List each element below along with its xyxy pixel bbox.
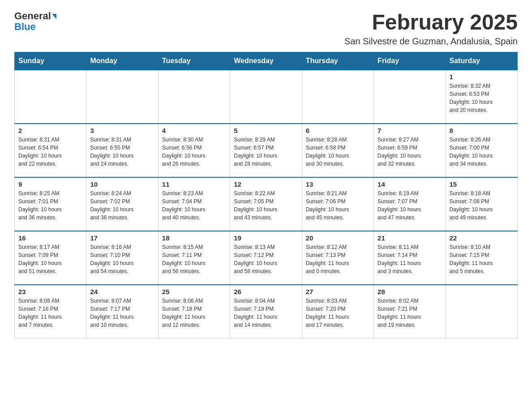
day-info: Sunrise: 8:29 AM Sunset: 6:57 PM Dayligh…: [234, 136, 298, 168]
day-number: 19: [234, 234, 298, 242]
day-number: 11: [162, 180, 226, 188]
logo: General Blue: [14, 11, 56, 32]
day-info: Sunrise: 8:15 AM Sunset: 7:11 PM Dayligh…: [162, 243, 226, 275]
day-number: 13: [306, 180, 370, 188]
calendar-week-row: 2Sunrise: 8:31 AM Sunset: 6:54 PM Daylig…: [15, 124, 518, 177]
day-info: Sunrise: 8:24 AM Sunset: 7:02 PM Dayligh…: [90, 189, 154, 222]
title-block: February 2025 San Silvestre de Guzman, A…: [344, 11, 518, 47]
calendar-day-cell: 18Sunrise: 8:15 AM Sunset: 7:11 PM Dayli…: [158, 231, 230, 285]
day-number: 28: [378, 288, 442, 295]
day-info: Sunrise: 8:31 AM Sunset: 6:54 PM Dayligh…: [18, 136, 82, 168]
day-number: 14: [378, 180, 442, 188]
day-number: 18: [162, 234, 226, 242]
day-of-week-header: Friday: [374, 52, 446, 70]
day-info: Sunrise: 8:22 AM Sunset: 7:05 PM Dayligh…: [234, 189, 298, 222]
day-info: Sunrise: 8:23 AM Sunset: 7:04 PM Dayligh…: [162, 189, 226, 222]
calendar-day-cell: 20Sunrise: 8:12 AM Sunset: 7:13 PM Dayli…: [302, 231, 373, 285]
calendar-day-cell: 5Sunrise: 8:29 AM Sunset: 6:57 PM Daylig…: [230, 124, 302, 177]
day-number: 27: [306, 288, 370, 295]
calendar-day-cell: 11Sunrise: 8:23 AM Sunset: 7:04 PM Dayli…: [158, 177, 230, 231]
logo-text: General: [14, 11, 56, 21]
day-info: Sunrise: 8:32 AM Sunset: 6:53 PM Dayligh…: [450, 82, 514, 114]
calendar-week-row: 9Sunrise: 8:25 AM Sunset: 7:01 PM Daylig…: [15, 177, 518, 231]
day-of-week-header: Wednesday: [230, 52, 302, 70]
day-number: 4: [162, 127, 226, 134]
day-number: 6: [306, 127, 370, 134]
day-number: 8: [450, 127, 514, 134]
calendar-day-cell: 25Sunrise: 8:06 AM Sunset: 7:18 PM Dayli…: [158, 285, 230, 338]
day-number: 26: [234, 288, 298, 295]
calendar-day-cell: 15Sunrise: 8:18 AM Sunset: 7:08 PM Dayli…: [446, 177, 517, 231]
day-info: Sunrise: 8:04 AM Sunset: 7:19 PM Dayligh…: [234, 297, 298, 329]
day-info: Sunrise: 8:19 AM Sunset: 7:07 PM Dayligh…: [378, 189, 442, 222]
day-number: 3: [90, 127, 154, 134]
calendar-day-cell: 19Sunrise: 8:13 AM Sunset: 7:12 PM Dayli…: [230, 231, 302, 285]
day-number: 21: [378, 234, 442, 242]
calendar-day-cell: [230, 70, 302, 124]
day-of-week-header: Saturday: [446, 52, 517, 70]
day-info: Sunrise: 8:11 AM Sunset: 7:14 PM Dayligh…: [378, 243, 442, 275]
calendar-day-cell: 26Sunrise: 8:04 AM Sunset: 7:19 PM Dayli…: [230, 285, 302, 338]
day-info: Sunrise: 8:27 AM Sunset: 6:59 PM Dayligh…: [378, 136, 442, 168]
calendar-title: February 2025: [344, 11, 518, 34]
day-info: Sunrise: 8:10 AM Sunset: 7:15 PM Dayligh…: [450, 243, 514, 275]
calendar-day-cell: 14Sunrise: 8:19 AM Sunset: 7:07 PM Dayli…: [374, 177, 446, 231]
day-of-week-header: Thursday: [302, 52, 373, 70]
calendar-day-cell: 13Sunrise: 8:21 AM Sunset: 7:06 PM Dayli…: [302, 177, 373, 231]
calendar-day-cell: 21Sunrise: 8:11 AM Sunset: 7:14 PM Dayli…: [374, 231, 446, 285]
calendar-day-cell: 12Sunrise: 8:22 AM Sunset: 7:05 PM Dayli…: [230, 177, 302, 231]
calendar-day-cell: [302, 70, 373, 124]
day-number: 23: [18, 288, 82, 295]
day-info: Sunrise: 8:18 AM Sunset: 7:08 PM Dayligh…: [450, 189, 514, 222]
day-info: Sunrise: 8:25 AM Sunset: 7:01 PM Dayligh…: [18, 189, 82, 222]
day-number: 7: [378, 127, 442, 134]
calendar-day-cell: [86, 70, 158, 124]
calendar-day-cell: 9Sunrise: 8:25 AM Sunset: 7:01 PM Daylig…: [15, 177, 86, 231]
day-info: Sunrise: 8:08 AM Sunset: 7:16 PM Dayligh…: [18, 297, 82, 329]
day-info: Sunrise: 8:12 AM Sunset: 7:13 PM Dayligh…: [306, 243, 370, 275]
calendar-day-cell: 3Sunrise: 8:31 AM Sunset: 6:55 PM Daylig…: [86, 124, 158, 177]
calendar-day-cell: 23Sunrise: 8:08 AM Sunset: 7:16 PM Dayli…: [15, 285, 86, 338]
calendar-day-cell: 7Sunrise: 8:27 AM Sunset: 6:59 PM Daylig…: [374, 124, 446, 177]
day-info: Sunrise: 8:02 AM Sunset: 7:21 PM Dayligh…: [378, 297, 442, 329]
day-info: Sunrise: 8:06 AM Sunset: 7:18 PM Dayligh…: [162, 297, 226, 329]
calendar-week-row: 23Sunrise: 8:08 AM Sunset: 7:16 PM Dayli…: [15, 285, 518, 338]
day-number: 5: [234, 127, 298, 134]
day-of-week-header: Monday: [86, 52, 158, 70]
calendar-body: 1Sunrise: 8:32 AM Sunset: 6:53 PM Daylig…: [15, 70, 518, 338]
day-info: Sunrise: 8:17 AM Sunset: 7:09 PM Dayligh…: [18, 243, 82, 275]
calendar-day-cell: 16Sunrise: 8:17 AM Sunset: 7:09 PM Dayli…: [15, 231, 86, 285]
day-number: 17: [90, 234, 154, 242]
day-info: Sunrise: 8:26 AM Sunset: 7:00 PM Dayligh…: [450, 136, 514, 168]
calendar-day-cell: 27Sunrise: 8:03 AM Sunset: 7:20 PM Dayli…: [302, 285, 373, 338]
calendar-day-cell: 10Sunrise: 8:24 AM Sunset: 7:02 PM Dayli…: [86, 177, 158, 231]
calendar-week-row: 16Sunrise: 8:17 AM Sunset: 7:09 PM Dayli…: [15, 231, 518, 285]
day-of-week-header: Tuesday: [158, 52, 230, 70]
calendar-day-cell: 4Sunrise: 8:30 AM Sunset: 6:56 PM Daylig…: [158, 124, 230, 177]
calendar-day-cell: 28Sunrise: 8:02 AM Sunset: 7:21 PM Dayli…: [374, 285, 446, 338]
day-info: Sunrise: 8:16 AM Sunset: 7:10 PM Dayligh…: [90, 243, 154, 275]
calendar-day-cell: 8Sunrise: 8:26 AM Sunset: 7:00 PM Daylig…: [446, 124, 517, 177]
logo-blue-text: Blue: [14, 21, 36, 32]
day-number: 24: [90, 288, 154, 295]
day-of-week-header: Sunday: [15, 52, 86, 70]
day-number: 10: [90, 180, 154, 188]
day-number: 9: [18, 180, 82, 188]
calendar-subtitle: San Silvestre de Guzman, Andalusia, Spai…: [344, 36, 518, 47]
day-number: 22: [450, 234, 514, 242]
day-info: Sunrise: 8:13 AM Sunset: 7:12 PM Dayligh…: [234, 243, 298, 275]
day-number: 1: [450, 73, 514, 81]
day-number: 12: [234, 180, 298, 188]
day-info: Sunrise: 8:31 AM Sunset: 6:55 PM Dayligh…: [90, 136, 154, 168]
day-info: Sunrise: 8:30 AM Sunset: 6:56 PM Dayligh…: [162, 136, 226, 168]
calendar-day-cell: 24Sunrise: 8:07 AM Sunset: 7:17 PM Dayli…: [86, 285, 158, 338]
calendar-header: SundayMondayTuesdayWednesdayThursdayFrid…: [15, 52, 518, 70]
day-number: 16: [18, 234, 82, 242]
calendar-table: SundayMondayTuesdayWednesdayThursdayFrid…: [14, 52, 518, 339]
calendar-day-cell: 22Sunrise: 8:10 AM Sunset: 7:15 PM Dayli…: [446, 231, 517, 285]
calendar-day-cell: [158, 70, 230, 124]
day-number: 15: [450, 180, 514, 188]
calendar-day-cell: 1Sunrise: 8:32 AM Sunset: 6:53 PM Daylig…: [446, 70, 517, 124]
day-number: 25: [162, 288, 226, 295]
page-header: General Blue February 2025 San Silvestre…: [14, 11, 518, 47]
